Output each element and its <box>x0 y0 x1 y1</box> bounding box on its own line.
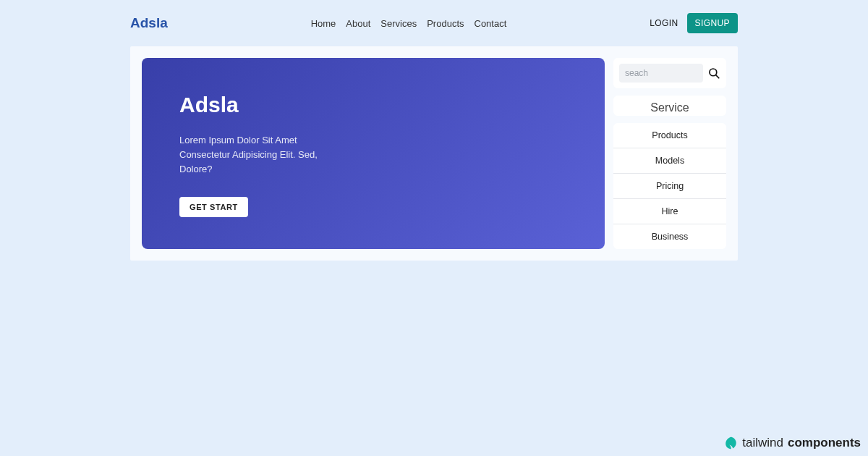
sidebar: Service Products Models Pricing Hire Bus… <box>613 58 726 249</box>
service-list: Products Models Pricing Hire Business <box>613 123 726 249</box>
footer-word1: tailwind <box>742 436 783 450</box>
nav-links: Home About Services Products Contact <box>311 18 507 29</box>
footer-word2: components <box>788 436 861 450</box>
service-item-products[interactable]: Products <box>613 123 726 148</box>
nav-contact[interactable]: Contact <box>475 18 507 29</box>
navbar: Adsla Home About Services Products Conta… <box>130 0 738 46</box>
page-body: Adsla Lorem Ipsum Dolor Sit Amet Consect… <box>130 46 738 261</box>
service-item-pricing[interactable]: Pricing <box>613 174 726 199</box>
nav-about[interactable]: About <box>346 18 370 29</box>
hero-subtitle: Lorem Ipsum Dolor Sit Amet Consectetur A… <box>179 133 339 177</box>
nav-auth: LOGIN SIGNUP <box>650 13 738 33</box>
brand-logo[interactable]: Adsla <box>130 15 168 31</box>
search-icon[interactable] <box>707 67 720 80</box>
service-item-hire[interactable]: Hire <box>613 199 726 224</box>
service-item-business[interactable]: Business <box>613 224 726 249</box>
nav-products[interactable]: Products <box>427 18 464 29</box>
service-item-models[interactable]: Models <box>613 148 726 174</box>
service-title-card: Service <box>613 96 726 116</box>
nav-home[interactable]: Home <box>311 18 336 29</box>
service-title: Service <box>613 101 726 114</box>
hero-card: Adsla Lorem Ipsum Dolor Sit Amet Consect… <box>142 58 605 249</box>
search-card <box>613 58 726 88</box>
hero-title: Adsla <box>179 93 567 117</box>
get-start-button[interactable]: GET START <box>179 197 248 217</box>
svg-point-0 <box>710 69 717 76</box>
svg-line-1 <box>716 75 719 78</box>
search-input[interactable] <box>619 64 703 83</box>
leaf-icon <box>723 436 738 450</box>
login-button[interactable]: LOGIN <box>650 18 678 28</box>
nav-services[interactable]: Services <box>380 18 417 29</box>
signup-button[interactable]: SIGNUP <box>687 13 738 33</box>
footer-brand: tailwindcomponents <box>723 436 861 450</box>
